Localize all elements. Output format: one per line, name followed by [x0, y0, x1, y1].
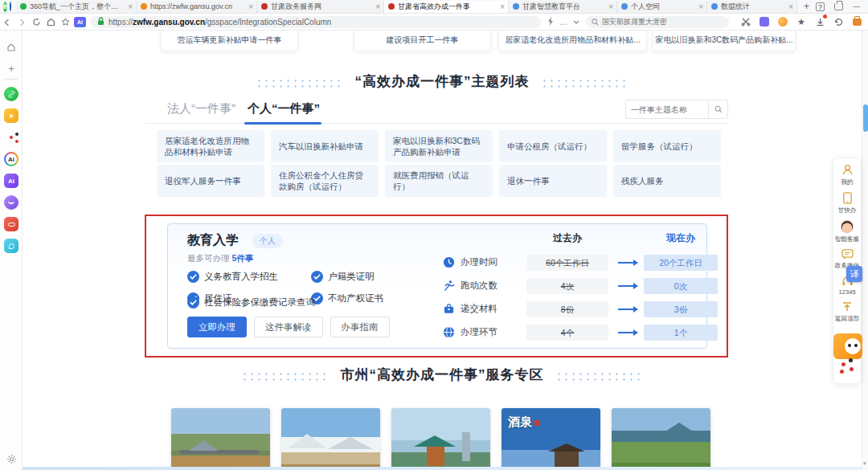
service-link[interactable]: 退休一件事 — [499, 165, 607, 197]
widget-my-account[interactable]: 我的 — [833, 164, 861, 186]
side-ai-app-icon[interactable]: AI — [4, 174, 18, 188]
widget-smart-service[interactable]: 智能客服 — [833, 220, 861, 243]
tab-data-stats[interactable]: 数据统计 × — [707, 1, 797, 13]
service-link[interactable]: 家电以旧换新和3C数码产品购新补贴申请 — [385, 130, 493, 162]
service-link[interactable]: 残疾人服务 — [613, 165, 721, 197]
service-link[interactable]: 申请公租房（试运行） — [499, 130, 607, 162]
service-link[interactable]: 留学服务（试运行） — [613, 130, 721, 162]
download-icon[interactable] — [814, 16, 825, 27]
quick-search-input[interactable] — [602, 18, 723, 26]
widget-back-to-top[interactable]: 返回顶部 — [833, 301, 861, 323]
side-chat-face-icon[interactable] — [4, 195, 18, 210]
arrow-right-icon — [618, 285, 634, 287]
side-home-icon[interactable] — [4, 40, 18, 55]
navigation-icon[interactable] — [10, 2, 11, 11]
service-link[interactable]: 就医费用报销（试运行） — [385, 165, 493, 197]
tab-close-icon[interactable]: × — [788, 2, 793, 11]
city-card-snow-mountain[interactable] — [281, 408, 380, 470]
scrollbar-thumb[interactable] — [863, 104, 868, 132]
plugins-star-icon[interactable]: ★ — [796, 16, 807, 27]
quick-search-box[interactable] — [586, 16, 729, 28]
service-link[interactable]: 住房公积金个人住房贷款购房（试运行） — [271, 165, 379, 197]
building-feature — [462, 432, 470, 461]
reload-icon[interactable] — [29, 16, 43, 27]
widget-gankuaiban-app[interactable]: 甘快办 — [833, 192, 861, 215]
side-tools-icon[interactable] — [4, 239, 18, 253]
tab-close-icon[interactable]: × — [698, 2, 703, 11]
new-tab-button[interactable]: + — [797, 1, 816, 12]
page-scrollbar[interactable]: ▾ — [862, 31, 868, 470]
side-add-icon[interactable]: + — [4, 61, 18, 76]
tab-360-nav[interactable]: 360导航_一个主页，整个世界 × — [16, 1, 137, 13]
back-icon[interactable] — [0, 16, 14, 27]
scrollbar-down-arrow[interactable]: ▾ — [863, 460, 866, 467]
service-link[interactable]: 居家适老化改造所用物品和材料补贴申请 — [157, 130, 264, 162]
theme-search-box[interactable] — [625, 100, 728, 119]
tab-close-icon[interactable]: × — [248, 2, 253, 11]
past-vs-now-table: 过去办 现在办 办理时间 60个工作日 20个工作日 跑动次数 4次 0次 递交… — [443, 227, 718, 344]
tab-legal-one-thing[interactable]: 法人“一件事” — [167, 101, 235, 116]
partial-service-card[interactable]: 居家适老化改造所用物品和材料补贴... — [498, 31, 647, 51]
side-settings-gear-icon[interactable] — [4, 452, 18, 466]
ai-assistant-icon[interactable]: Ai — [74, 17, 86, 27]
partial-service-card[interactable]: 营运车辆更新补贴申请一件事 — [161, 31, 298, 51]
partial-service-card[interactable]: 建设项目开工一件事 — [354, 31, 491, 51]
minimize-button[interactable]: — — [853, 2, 860, 10]
home-icon[interactable] — [43, 16, 58, 27]
city-card-pavilion[interactable] — [391, 408, 490, 470]
tab-close-icon[interactable]: × — [500, 2, 505, 11]
side-star-app-icon[interactable]: ★ — [4, 108, 18, 123]
address-bar[interactable]: https://zwfw.gansu.gov.cn/gsspace/Integr… — [91, 16, 541, 28]
translate-button[interactable]: 译 — [846, 266, 862, 282]
city-card-lanzhou[interactable] — [171, 408, 270, 470]
help-icon[interactable]: ? — [816, 2, 825, 11]
tab-personal-one-thing[interactable]: 个人“一件事” — [248, 101, 320, 116]
browser-side-panel: + ★ Ai AI — [0, 31, 23, 470]
search-icon — [714, 105, 723, 113]
screenshot-scissors-icon[interactable] — [740, 16, 751, 27]
theme-search-input[interactable] — [626, 100, 708, 118]
extension-orange-icon[interactable] — [777, 16, 788, 27]
side-ai-ring-icon[interactable]: Ai — [4, 152, 18, 166]
partial-service-card[interactable]: 家电以旧换新和3C数码产品购新补贴... — [653, 31, 796, 51]
forward-icon[interactable] — [14, 16, 29, 27]
service-link[interactable]: 汽车以旧换新补贴申请 — [271, 130, 379, 162]
theme-icon[interactable] — [834, 3, 843, 10]
tab-close-icon[interactable]: × — [128, 2, 133, 11]
search-button[interactable] — [708, 100, 727, 118]
history-undo-icon[interactable] — [833, 16, 844, 27]
tab-gansu-service[interactable]: 甘肃政务服务网 × — [257, 1, 384, 13]
side-molecule-app-icon[interactable] — [4, 130, 18, 145]
lightning-icon[interactable] — [547, 17, 554, 27]
city-card-jiuquan[interactable]: 酒泉 — [502, 408, 600, 470]
side-green-app-icon[interactable] — [4, 87, 18, 101]
past-value: 60个工作日 — [526, 255, 608, 271]
interpretation-button[interactable]: 这件事解读 — [254, 317, 323, 337]
tab-smart-edu[interactable]: 甘肃智慧教育平台 × — [509, 1, 617, 13]
browser-collect-tab[interactable] — [833, 333, 862, 359]
chevron-down-icon[interactable] — [573, 18, 579, 27]
share-molecule-icon[interactable] — [841, 362, 845, 366]
more-icon[interactable]: … — [559, 18, 567, 27]
tab-one-thing-active[interactable]: 甘肃省高效办成一件事 × — [384, 1, 509, 13]
bookmark-icon[interactable] — [58, 16, 72, 27]
personal-badge: 个人 — [252, 234, 283, 248]
row-label: 递交材料 — [443, 303, 526, 315]
service-link[interactable]: 退役军人服务一件事 — [157, 165, 264, 197]
shopping-bag-icon[interactable] — [851, 16, 862, 27]
tab-title: 360导航_一个主页，整个世界 — [30, 2, 125, 12]
side-game-icon[interactable] — [4, 217, 18, 231]
tab-personal-space[interactable]: 个人空间 × — [617, 1, 707, 13]
tab-close-icon[interactable]: × — [608, 2, 613, 11]
tab-zwfw[interactable]: https://zwfw.gansu.gov.cn × — [137, 1, 257, 13]
extension-purple-icon[interactable] — [759, 16, 770, 27]
tab-title: 甘肃省高效办成一件事 — [398, 2, 497, 12]
browser-logo-icon[interactable]: e — [3, 2, 7, 12]
customer-service-avatar — [841, 220, 854, 233]
mountain-feature — [288, 434, 326, 448]
tab-close-icon[interactable]: × — [375, 2, 380, 11]
handle-now-button[interactable]: 立即办理 — [187, 317, 247, 337]
city-cards-row: 酒泉 — [171, 408, 710, 470]
city-card-green-hills[interactable] — [612, 408, 710, 470]
guide-button[interactable]: 办事指南 — [330, 317, 390, 337]
